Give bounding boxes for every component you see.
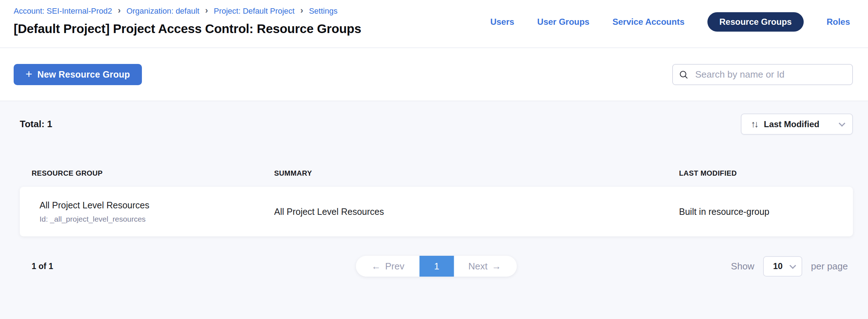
column-header-summary: Summary: [274, 169, 679, 177]
prev-page-button[interactable]: ← Prev: [356, 256, 419, 277]
prev-page-label: Prev: [385, 261, 404, 272]
total-count-label: Total: 1: [20, 119, 52, 130]
app-root: Account: SEI-Internal-Prod2 › Organizati…: [0, 0, 868, 319]
sort-dropdown[interactable]: ↑↓ Last Modified: [741, 114, 853, 135]
access-control-nav: Users User Groups Service Accounts Resou…: [490, 12, 850, 32]
page-size-value: 10: [773, 261, 783, 271]
toolbar: + New Resource Group: [0, 48, 868, 101]
resource-group-cell: All Project Level Resources Id: _all_pro…: [20, 200, 274, 223]
breadcrumb-separator-icon: ›: [205, 6, 208, 15]
tab-roles[interactable]: Roles: [827, 18, 850, 26]
sort-arrows-icon: ↑↓: [751, 119, 757, 130]
pagination-row: 1 of 1 ← Prev 1 Next → Show 10 per pag: [20, 256, 853, 277]
next-page-label: Next: [468, 261, 488, 272]
pager: ← Prev 1 Next →: [356, 256, 517, 277]
search-container: [672, 64, 853, 85]
summary-cell: All Project Level Resources: [274, 207, 679, 217]
arrow-left-icon: ←: [371, 261, 381, 272]
tab-resource-groups[interactable]: Resource Groups: [707, 12, 803, 32]
tab-service-accounts[interactable]: Service Accounts: [613, 18, 685, 26]
chevron-down-icon: [790, 262, 796, 269]
show-label: Show: [731, 261, 754, 272]
current-page-button[interactable]: 1: [420, 256, 454, 277]
arrow-right-icon: →: [492, 261, 501, 272]
list-meta-row: Total: 1 ↑↓ Last Modified: [20, 114, 853, 135]
breadcrumb-account-link[interactable]: Account: SEI-Internal-Prod2: [14, 6, 112, 16]
breadcrumb-separator-icon: ›: [118, 6, 121, 15]
table-row[interactable]: All Project Level Resources Id: _all_pro…: [20, 187, 853, 236]
search-icon: [679, 70, 689, 80]
page-range-label: 1 of 1: [20, 262, 53, 271]
sort-dropdown-value: Last Modified: [764, 119, 819, 129]
breadcrumb-settings-link[interactable]: Settings: [309, 6, 338, 16]
tab-users[interactable]: Users: [490, 18, 514, 26]
chevron-down-icon: [839, 120, 845, 126]
resource-group-name: All Project Level Resources: [40, 200, 274, 211]
search-input[interactable]: [672, 64, 853, 85]
plus-icon: +: [26, 68, 32, 80]
new-resource-group-button[interactable]: + New Resource Group: [14, 64, 142, 85]
breadcrumb-project-link[interactable]: Project: Default Project: [214, 6, 295, 16]
page-header: Account: SEI-Internal-Prod2 › Organizati…: [0, 0, 868, 48]
table-header-row: Resource Group Summary Last Modified: [20, 169, 853, 177]
column-header-last-modified: Last Modified: [679, 169, 853, 177]
last-modified-cell: Built in resource-group: [679, 207, 853, 217]
breadcrumb-organization-link[interactable]: Organization: default: [126, 6, 199, 16]
page-size-control: Show 10 per page: [731, 256, 853, 277]
breadcrumb-separator-icon: ›: [300, 6, 303, 15]
column-header-resource-group: Resource Group: [20, 169, 274, 177]
new-resource-group-button-label: New Resource Group: [37, 69, 130, 80]
per-page-label: per page: [811, 261, 848, 272]
content-area: Total: 1 ↑↓ Last Modified Resource Group…: [0, 101, 868, 319]
page-size-select[interactable]: 10: [763, 256, 803, 277]
tab-user-groups[interactable]: User Groups: [537, 18, 589, 26]
next-page-button[interactable]: Next →: [454, 256, 517, 277]
resource-group-id: Id: _all_project_level_resources: [40, 215, 274, 223]
